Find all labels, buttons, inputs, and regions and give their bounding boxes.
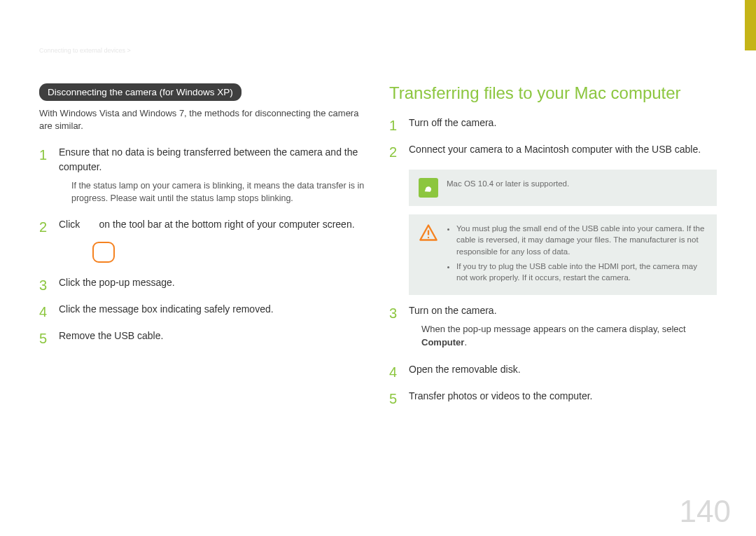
subsection-heading: Disconnecting the camera (for Windows XP… [39,83,241,101]
step-text-suffix: on the tool bar at the bottom right of y… [99,219,355,230]
step-text: Transfer photos or videos to the compute… [409,390,593,401]
breadcrumb: Connecting to external devices > [39,47,131,54]
step-text-prefix: Click [59,219,83,230]
page-content: Disconnecting the camera (for Windows XP… [39,83,717,416]
note-info-box: Mac OS 10.4 or later is supported. [409,170,717,206]
steps-list-right-cont: Turn on the camera. When the pop-up mess… [389,303,717,404]
step-item: Click on the tool bar at the bottom righ… [39,217,367,262]
step-item: Connect your camera to a Macintosh compu… [389,142,717,156]
step-item: Transfer photos or videos to the compute… [389,389,717,403]
warning-item: You must plug the small end of the USB c… [456,223,707,258]
step-text: Click the pop-up message. [59,277,175,288]
step-text: Remove the USB cable. [59,330,163,341]
step-item: Turn on the camera. When the pop-up mess… [389,303,717,350]
page-number: 140 [680,494,731,529]
step-item: Turn off the camera. [389,116,717,130]
step-item: Click the message box indicating safely … [39,302,367,316]
step-tip: When the pop-up message appears on the c… [421,323,717,350]
tip-suffix: . [464,337,467,348]
step-text: Connect your camera to a Macintosh compu… [409,144,701,155]
pen-icon [419,178,438,198]
step-sub-desc: If the status lamp on your camera is bli… [71,179,367,205]
step-item: Remove the USB cable. [39,329,367,343]
note-warning-box: You must plug the small end of the USB c… [409,214,717,295]
inline-icon-placeholder [83,219,96,230]
step-item: Click the pop-up message. [39,275,367,289]
left-column: Disconnecting the camera (for Windows XP… [39,83,367,416]
section-color-tab [745,0,756,50]
tip-prefix: When the pop-up message appears on the c… [421,324,686,334]
safely-remove-icon [92,242,115,263]
step-item: Ensure that no data is being transferred… [39,145,367,205]
step-text: Ensure that no data is being transferred… [59,146,358,172]
step-text: Turn on the camera. [409,305,497,316]
tip-bold: Computer [421,337,464,348]
warning-icon [419,223,438,242]
warning-item: If you try to plug the USB cable into th… [456,261,707,284]
intro-text: With Windows Vista and Windows 7, the me… [39,107,367,132]
section-title: Transferring ﬁles to your Mac computer [389,83,717,103]
right-column: Transferring ﬁles to your Mac computer T… [389,83,717,416]
step-text: Open the removable disk. [409,364,521,375]
note-text: Mac OS 10.4 or later is supported. [447,178,569,190]
step-item: Open the removable disk. [389,362,717,376]
step-text: Turn off the camera. [409,117,496,128]
note-text: You must plug the small end of the USB c… [447,223,707,287]
steps-list-left: Ensure that no data is being transferred… [39,145,367,343]
steps-list-right: Turn off the camera. Connect your camera… [389,116,717,157]
step-text: Click the message box indicating safely … [59,303,274,315]
svg-point-1 [428,236,429,238]
